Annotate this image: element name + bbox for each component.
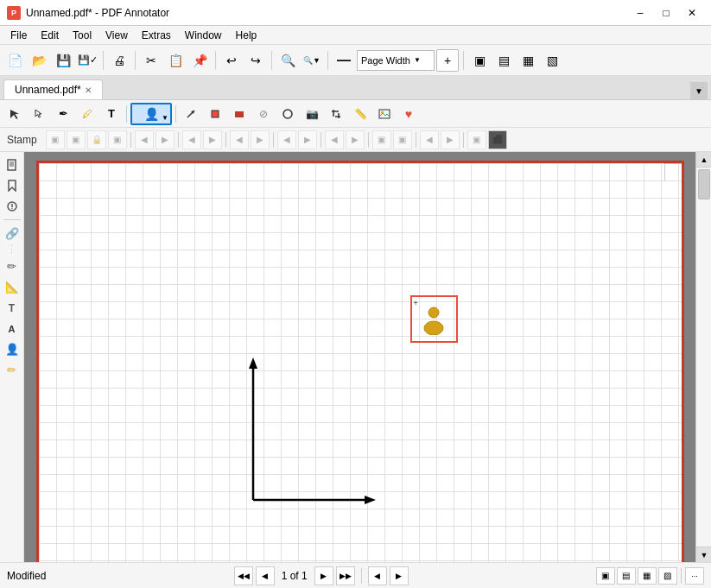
- screenshot-tool[interactable]: 📷: [301, 103, 323, 125]
- tab-bar: Unnamed.pdf* ✕ ▼: [0, 76, 711, 100]
- close-button[interactable]: ✕: [680, 4, 704, 22]
- panel-pages-icon[interactable]: [3, 155, 22, 174]
- undo-button[interactable]: ↩: [220, 49, 243, 72]
- stamp-tb-right-4[interactable]: ▶: [298, 130, 317, 149]
- image-tool[interactable]: [373, 103, 396, 125]
- lasso-tool[interactable]: [276, 103, 299, 125]
- nav-first-button[interactable]: ◀◀: [234, 566, 253, 585]
- save-button[interactable]: 💾: [52, 49, 74, 72]
- history-forward-button[interactable]: ▶: [390, 566, 409, 585]
- scroll-down-arrow[interactable]: ▼: [696, 547, 711, 562]
- scroll-track[interactable]: [696, 168, 711, 547]
- nav-next-button[interactable]: ▶: [314, 566, 333, 585]
- pdf-tab[interactable]: Unnamed.pdf* ✕: [3, 79, 103, 99]
- nav-last-button[interactable]: ▶▶: [336, 566, 355, 585]
- stamp-tool[interactable]: 👤 ▼: [130, 103, 172, 125]
- open-button[interactable]: 📂: [28, 49, 50, 72]
- copy-button[interactable]: 📋: [164, 49, 187, 72]
- stamp-tb-left-2[interactable]: ◀: [182, 130, 201, 149]
- select-tool[interactable]: [3, 103, 26, 125]
- cut-button[interactable]: ✂: [140, 49, 162, 72]
- text-tool[interactable]: T: [100, 103, 123, 125]
- zoom-out-button[interactable]: —: [333, 49, 355, 72]
- history-back-button[interactable]: ◀: [368, 566, 387, 585]
- panel-stamp-icon[interactable]: 👤: [3, 340, 22, 359]
- view-cont[interactable]: ▦: [517, 49, 539, 72]
- stamp-tb-btn-4[interactable]: ▣: [108, 130, 127, 149]
- view-btn-1[interactable]: ▣: [596, 567, 615, 585]
- menu-tool[interactable]: Tool: [66, 28, 98, 43]
- stamp-tb-left-3[interactable]: ◀: [230, 130, 249, 149]
- svg-rect-11: [8, 160, 16, 170]
- separator-5: [327, 51, 328, 70]
- rect-tool[interactable]: [204, 103, 226, 125]
- stamp-tb-right-2[interactable]: ▶: [203, 130, 222, 149]
- add-page-button[interactable]: +: [436, 49, 459, 72]
- panel-pen-icon[interactable]: ✏: [3, 257, 22, 276]
- stamp-tb-btn-1[interactable]: ▣: [46, 130, 65, 149]
- eraser-tool[interactable]: ⊘: [252, 103, 275, 125]
- view-btn-4[interactable]: ▧: [658, 567, 677, 585]
- crop-tool[interactable]: [325, 103, 347, 125]
- scroll-thumb[interactable]: [698, 169, 710, 199]
- status-more-button[interactable]: ···: [685, 567, 704, 585]
- stamp-tb-dark[interactable]: ⬛: [488, 130, 507, 149]
- view-single[interactable]: ▣: [468, 49, 491, 72]
- zoom-dropdown[interactable]: Page Width ▼: [357, 50, 435, 71]
- highlight-tool[interactable]: 🖊: [76, 103, 98, 125]
- save2-button[interactable]: 💾✓: [76, 49, 98, 72]
- stamp-tb-box[interactable]: ▣: [372, 130, 391, 149]
- stamp-tb-right-1[interactable]: ▶: [156, 130, 175, 149]
- panel-dots: ···: [8, 244, 16, 256]
- view-double[interactable]: ▤: [492, 49, 515, 72]
- stamp-tb-btn-2[interactable]: ▣: [67, 130, 86, 149]
- panel-link-icon[interactable]: 🔗: [3, 224, 22, 243]
- canvas-area[interactable]: + ▲: [24, 152, 711, 562]
- tab-close-icon[interactable]: ✕: [85, 85, 92, 95]
- stamp-tb-left-1[interactable]: ◀: [135, 130, 154, 149]
- pen-tool[interactable]: ✒: [52, 103, 74, 125]
- stamp-annotation[interactable]: +: [410, 295, 458, 343]
- vertical-scrollbar[interactable]: ▲ ▼: [695, 152, 711, 562]
- view-full[interactable]: ▧: [541, 49, 563, 72]
- menu-extras[interactable]: Extras: [135, 28, 178, 43]
- panel-text2-icon[interactable]: A: [3, 319, 22, 338]
- stamp-tb-box3[interactable]: ▣: [467, 130, 486, 149]
- redo-button[interactable]: ↪: [244, 49, 267, 72]
- heart-tool[interactable]: ♥: [397, 103, 420, 125]
- print-button[interactable]: 🖨: [108, 49, 130, 72]
- nav-prev-button[interactable]: ◀: [256, 566, 275, 585]
- menu-file[interactable]: File: [3, 28, 34, 43]
- panel-text-icon[interactable]: T: [3, 299, 22, 318]
- search-dropdown[interactable]: 🔍▼: [301, 49, 323, 72]
- minimize-button[interactable]: –: [628, 4, 652, 22]
- stamp-tb-left-4[interactable]: ◀: [277, 130, 296, 149]
- tab-dropdown-button[interactable]: ▼: [690, 82, 708, 99]
- scroll-up-arrow[interactable]: ▲: [696, 152, 711, 168]
- stamp-tb-right-5[interactable]: ▶: [346, 130, 365, 149]
- stamp-tb-left-6[interactable]: ◀: [420, 130, 439, 149]
- panel-pencil-icon[interactable]: ✏: [3, 361, 22, 380]
- pointer-tool[interactable]: [28, 103, 50, 125]
- menu-view[interactable]: View: [98, 28, 135, 43]
- maximize-button[interactable]: □: [654, 4, 678, 22]
- view-btn-2[interactable]: ▤: [617, 567, 636, 585]
- panel-annotations-icon[interactable]: [3, 197, 22, 216]
- panel-bookmarks-icon[interactable]: [3, 176, 22, 195]
- panel-ruler-icon[interactable]: 📐: [3, 278, 22, 297]
- arrow-tool[interactable]: [180, 103, 202, 125]
- paste-button[interactable]: 📌: [188, 49, 211, 72]
- stamp-tb-right-3[interactable]: ▶: [251, 130, 270, 149]
- stamp-tb-right-6[interactable]: ▶: [441, 130, 460, 149]
- filled-rect-tool[interactable]: [228, 103, 251, 125]
- measure-tool[interactable]: 📏: [349, 103, 371, 125]
- stamp-tb-left-5[interactable]: ◀: [325, 130, 344, 149]
- menu-help[interactable]: Help: [229, 28, 264, 43]
- new-button[interactable]: 📄: [3, 49, 26, 72]
- menu-window[interactable]: Window: [178, 28, 229, 43]
- view-btn-3[interactable]: ▦: [638, 567, 657, 585]
- menu-edit[interactable]: Edit: [34, 28, 66, 43]
- search-button[interactable]: 🔍: [276, 49, 299, 72]
- stamp-tb-box2[interactable]: ▣: [393, 130, 412, 149]
- stamp-tb-btn-3[interactable]: 🔒: [87, 130, 106, 149]
